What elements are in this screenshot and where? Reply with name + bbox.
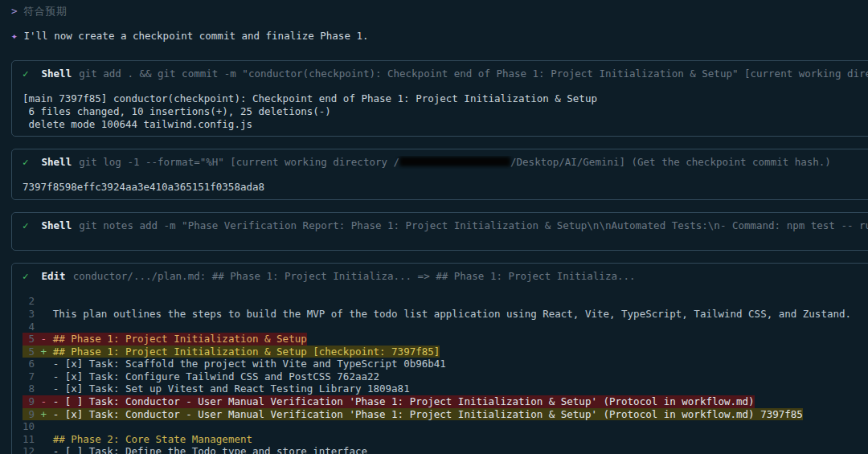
line-number: 11: [23, 433, 41, 445]
success-check-icon: ✓: [23, 156, 29, 168]
prompt-chevron-icon: >: [11, 5, 18, 17]
tool-call-edit-plan-md: ✓Editconductor/.../plan.md: ## Phase 1: …: [11, 263, 868, 454]
spacer: [23, 232, 868, 245]
diff-line-ctx: 8 - [x] Task: Set up Vitest and React Te…: [23, 382, 868, 395]
line-number: 5: [23, 333, 41, 345]
line-number: 9: [23, 408, 41, 420]
diff-line-ctx: 12 - [ ] Task: Define the Todo type and …: [23, 445, 868, 454]
diff-no-marker: [41, 308, 53, 320]
diff-line-add: 9 + - [x] Task: Conductor - User Manual …: [23, 408, 868, 421]
tool-call-header: ✓Shellgit notes add -m "Phase Verificati…: [23, 219, 868, 232]
diff-no-marker: [41, 321, 53, 333]
output-line: 6 files changed, 10 insertions(+), 25 de…: [23, 105, 868, 118]
tool-call-header: ✓Editconductor/.../plan.md: ## Phase 1: …: [23, 270, 868, 283]
tool-name-label: Shell: [42, 156, 72, 168]
output-line: 7397f8598effc3924aa3e410a365151f0358ada8: [23, 181, 868, 194]
diff-line-ctx: 4: [23, 321, 868, 333]
diff-line-text: - [ ] Task: Define the Todo type and sto…: [53, 445, 367, 454]
diff-line-text: - [ ] Task: Conductor - User Manual Veri…: [53, 395, 755, 407]
diff-no-marker: [41, 420, 53, 432]
output-line: [main 7397f85] conductor(checkpoint): Ch…: [23, 92, 868, 105]
line-number: 12: [23, 445, 41, 454]
spacer: [23, 283, 868, 296]
user-prompt-echo: >符合预期: [11, 5, 868, 18]
diff-no-marker: [41, 358, 53, 370]
output-line: delete mode 100644 tailwind.config.js: [23, 118, 868, 131]
tool-command-text-after: /Desktop/AI/Gemini] (Get the checkpoint …: [510, 156, 831, 168]
diff-line-text: - [x] Task: Scaffold the project with Vi…: [53, 358, 446, 370]
diff-line-ctx: 2: [23, 295, 868, 308]
success-check-icon: ✓: [23, 219, 29, 231]
diff-line-text: ## Phase 1: Project Initialization & Set…: [53, 346, 440, 358]
line-number: 2: [23, 295, 41, 307]
diff-no-marker: [41, 295, 53, 307]
diff-line-ctx-heading: 11 ## Phase 2: Core State Management: [23, 433, 868, 446]
line-number: 6: [23, 358, 41, 370]
diff-line-del: 9 - - [ ] Task: Conductor - User Manual …: [23, 395, 868, 408]
tool-command-text: git notes add -m "Phase Verification Rep…: [79, 219, 868, 231]
tool-call-header: ✓Shellgit add . && git commit -m "conduc…: [23, 67, 868, 80]
tool-output: 7397f8598effc3924aa3e410a365151f0358ada8: [23, 181, 868, 194]
user-prompt-text: 符合预期: [24, 5, 68, 17]
assistant-message-text: I'll now create a checkpoint commit and …: [24, 30, 369, 42]
assistant-message: ✦I'll now create a checkpoint commit and…: [11, 30, 868, 43]
line-number: 9: [23, 395, 41, 407]
diff-line-add-heading: 5 + ## Phase 1: Project Initialization &…: [23, 346, 868, 358]
line-number: 8: [23, 382, 41, 395]
redacted-path-blur: [399, 157, 510, 166]
tool-call-shell-git-commit: ✓Shellgit add . && git commit -m "conduc…: [11, 60, 868, 137]
line-number: 3: [23, 308, 41, 320]
spacer: [23, 169, 868, 182]
tool-name-label: Shell: [42, 67, 72, 80]
diff-no-marker: [41, 382, 53, 395]
diff-line-ctx: 6 - [x] Task: Scaffold the project with …: [23, 358, 868, 370]
tool-command-text: conductor/.../plan.md: ## Phase 1: Proje…: [73, 270, 636, 282]
line-number: 4: [23, 321, 41, 333]
diff-add-marker: +: [41, 346, 53, 358]
terminal-screen: >符合预期 ✦I'll now create a checkpoint comm…: [0, 0, 868, 454]
tool-command-text-before: git log -1 --format="%H" [current workin…: [79, 156, 399, 168]
tool-command-text: git add . && git commit -m "conductor(ch…: [79, 67, 868, 80]
tool-call-shell-git-log: ✓Shellgit log -1 --format="%H" [current …: [11, 149, 868, 200]
tool-output: [main 7397f85] conductor(checkpoint): Ch…: [23, 92, 868, 130]
diff-delete-marker: -: [41, 333, 53, 345]
diff-line-ctx: 3 This plan outlines the steps to build …: [23, 308, 868, 321]
tool-name-label: Edit: [42, 270, 66, 282]
success-check-icon: ✓: [23, 270, 29, 282]
diff-no-marker: [41, 370, 53, 382]
tool-call-shell-git-notes: ✓Shellgit notes add -m "Phase Verificati…: [11, 212, 868, 251]
diff-line-ctx: 7 - [x] Task: Configure Tailwind CSS and…: [23, 370, 868, 383]
diff-line-text: - [x] Task: Conductor - User Manual Veri…: [53, 408, 803, 420]
line-number: 5: [23, 346, 41, 358]
diff-line-text: ## Phase 1: Project Initialization & Set…: [53, 333, 307, 345]
diff-delete-marker: -: [41, 395, 53, 407]
diff-no-marker: [41, 445, 53, 454]
diff-view: 2 3 This plan outlines the steps to buil…: [23, 295, 868, 454]
diff-line-text: This plan outlines the steps to build th…: [53, 308, 851, 320]
success-check-icon: ✓: [23, 67, 29, 80]
diff-line-del-heading: 5 - ## Phase 1: Project Initialization &…: [23, 333, 868, 346]
diff-no-marker: [41, 433, 53, 445]
tool-call-header: ✓Shellgit log -1 --format="%H" [current …: [23, 156, 868, 169]
spacer: [23, 80, 868, 93]
diff-line-text: - [x] Task: Set up Vitest and React Test…: [53, 382, 410, 395]
diff-line-text: ## Phase 2: Core State Management: [53, 433, 252, 445]
diff-line-ctx: 10: [23, 420, 868, 433]
line-number: 10: [23, 420, 41, 432]
line-number: 7: [23, 370, 41, 382]
diff-add-marker: +: [41, 408, 53, 420]
tool-name-label: Shell: [42, 219, 72, 231]
gemini-star-icon: ✦: [11, 30, 18, 42]
diff-line-text: - [x] Task: Configure Tailwind CSS and P…: [53, 370, 379, 382]
